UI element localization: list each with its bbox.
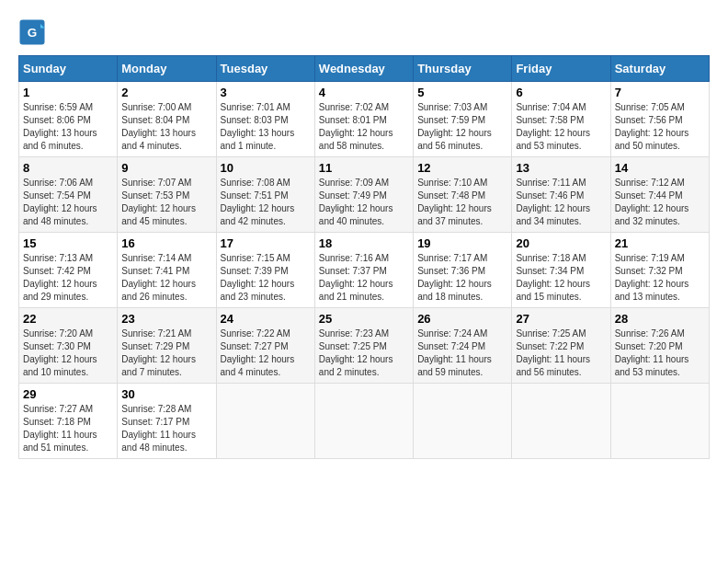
day-info: Sunrise: 7:26 AM Sunset: 7:20 PM Dayligh… [615, 327, 705, 379]
calendar-cell [314, 384, 413, 459]
day-number: 29 [23, 387, 113, 401]
calendar-cell: 3 Sunrise: 7:01 AM Sunset: 8:03 PM Dayli… [216, 82, 314, 157]
day-number: 10 [221, 161, 311, 175]
calendar-cell: 11 Sunrise: 7:09 AM Sunset: 7:49 PM Dayl… [314, 157, 413, 233]
day-info: Sunrise: 7:10 AM Sunset: 7:48 PM Dayligh… [417, 177, 507, 228]
day-number: 11 [319, 161, 409, 175]
day-number: 23 [121, 312, 211, 326]
calendar-cell: 19 Sunrise: 7:17 AM Sunset: 7:36 PM Dayl… [414, 233, 512, 308]
day-number: 21 [615, 236, 705, 250]
day-info: Sunrise: 7:12 AM Sunset: 7:44 PM Dayligh… [615, 177, 705, 228]
day-number: 25 [319, 312, 409, 326]
day-number: 18 [319, 236, 409, 250]
weekday-header-wednesday: Wednesday [314, 56, 413, 82]
day-info: Sunrise: 7:27 AM Sunset: 7:18 PM Dayligh… [23, 403, 113, 454]
day-info: Sunrise: 7:22 AM Sunset: 7:27 PM Dayligh… [221, 327, 311, 379]
calendar-table: SundayMondayTuesdayWednesdayThursdayFrid… [18, 55, 710, 459]
day-info: Sunrise: 7:08 AM Sunset: 7:51 PM Dayligh… [221, 177, 311, 228]
day-info: Sunrise: 7:02 AM Sunset: 8:01 PM Dayligh… [319, 101, 409, 153]
calendar-cell: 24 Sunrise: 7:22 AM Sunset: 7:27 PM Dayl… [216, 308, 314, 384]
calendar-cell: 4 Sunrise: 7:02 AM Sunset: 8:01 PM Dayli… [314, 82, 413, 157]
weekday-header-sunday: Sunday [19, 56, 118, 82]
day-number: 3 [221, 86, 311, 99]
svg-text:G: G [28, 26, 38, 40]
day-number: 24 [221, 312, 311, 326]
logo-icon: G [18, 18, 46, 46]
calendar-cell: 30 Sunrise: 7:28 AM Sunset: 7:17 PM Dayl… [118, 384, 216, 459]
day-info: Sunrise: 7:09 AM Sunset: 7:49 PM Dayligh… [319, 177, 409, 228]
day-number: 1 [23, 86, 113, 99]
calendar-cell: 14 Sunrise: 7:12 AM Sunset: 7:44 PM Dayl… [610, 157, 709, 233]
logo: G [18, 18, 50, 46]
calendar-cell: 7 Sunrise: 7:05 AM Sunset: 7:56 PM Dayli… [610, 82, 709, 157]
calendar-cell [512, 384, 610, 459]
calendar-week-row: 22 Sunrise: 7:20 AM Sunset: 7:30 PM Dayl… [19, 308, 710, 384]
day-info: Sunrise: 7:18 AM Sunset: 7:34 PM Dayligh… [516, 252, 606, 304]
calendar-week-row: 1 Sunrise: 6:59 AM Sunset: 8:06 PM Dayli… [19, 82, 710, 157]
day-number: 22 [23, 312, 113, 326]
weekday-header-row: SundayMondayTuesdayWednesdayThursdayFrid… [19, 56, 710, 82]
day-info: Sunrise: 7:05 AM Sunset: 7:56 PM Dayligh… [615, 101, 705, 153]
day-number: 17 [221, 236, 311, 250]
day-info: Sunrise: 7:14 AM Sunset: 7:41 PM Dayligh… [121, 252, 211, 304]
day-info: Sunrise: 7:00 AM Sunset: 8:04 PM Dayligh… [121, 101, 211, 153]
calendar-cell [414, 384, 512, 459]
day-info: Sunrise: 7:21 AM Sunset: 7:29 PM Dayligh… [121, 327, 211, 379]
calendar-cell [610, 384, 709, 459]
day-info: Sunrise: 7:17 AM Sunset: 7:36 PM Dayligh… [417, 252, 507, 304]
day-number: 28 [615, 312, 705, 326]
calendar-cell: 10 Sunrise: 7:08 AM Sunset: 7:51 PM Dayl… [216, 157, 314, 233]
calendar-cell: 20 Sunrise: 7:18 AM Sunset: 7:34 PM Dayl… [512, 233, 610, 308]
calendar-cell: 29 Sunrise: 7:27 AM Sunset: 7:18 PM Dayl… [19, 384, 118, 459]
day-number: 30 [121, 387, 211, 401]
day-number: 7 [615, 86, 705, 99]
calendar-cell: 25 Sunrise: 7:23 AM Sunset: 7:25 PM Dayl… [314, 308, 413, 384]
day-info: Sunrise: 7:23 AM Sunset: 7:25 PM Dayligh… [319, 327, 409, 379]
calendar-cell: 6 Sunrise: 7:04 AM Sunset: 7:58 PM Dayli… [512, 82, 610, 157]
weekday-header-monday: Monday [118, 56, 216, 82]
calendar-cell: 12 Sunrise: 7:10 AM Sunset: 7:48 PM Dayl… [414, 157, 512, 233]
calendar-cell: 9 Sunrise: 7:07 AM Sunset: 7:53 PM Dayli… [118, 157, 216, 233]
calendar-cell: 28 Sunrise: 7:26 AM Sunset: 7:20 PM Dayl… [610, 308, 709, 384]
day-number: 26 [417, 312, 507, 326]
calendar-cell: 5 Sunrise: 7:03 AM Sunset: 7:59 PM Dayli… [414, 82, 512, 157]
day-info: Sunrise: 7:11 AM Sunset: 7:46 PM Dayligh… [516, 177, 606, 228]
calendar-cell: 23 Sunrise: 7:21 AM Sunset: 7:29 PM Dayl… [118, 308, 216, 384]
page-header: G [18, 18, 710, 46]
day-info: Sunrise: 7:15 AM Sunset: 7:39 PM Dayligh… [221, 252, 311, 304]
calendar-cell: 27 Sunrise: 7:25 AM Sunset: 7:22 PM Dayl… [512, 308, 610, 384]
weekday-header-tuesday: Tuesday [216, 56, 314, 82]
calendar-cell: 18 Sunrise: 7:16 AM Sunset: 7:37 PM Dayl… [314, 233, 413, 308]
calendar-cell: 15 Sunrise: 7:13 AM Sunset: 7:42 PM Dayl… [19, 233, 118, 308]
calendar-week-row: 15 Sunrise: 7:13 AM Sunset: 7:42 PM Dayl… [19, 233, 710, 308]
day-number: 13 [516, 161, 606, 175]
day-info: Sunrise: 7:19 AM Sunset: 7:32 PM Dayligh… [615, 252, 705, 304]
day-info: Sunrise: 7:25 AM Sunset: 7:22 PM Dayligh… [516, 327, 606, 379]
day-number: 8 [23, 161, 113, 175]
calendar-week-row: 29 Sunrise: 7:27 AM Sunset: 7:18 PM Dayl… [19, 384, 710, 459]
day-number: 27 [516, 312, 606, 326]
day-info: Sunrise: 7:07 AM Sunset: 7:53 PM Dayligh… [121, 177, 211, 228]
day-info: Sunrise: 6:59 AM Sunset: 8:06 PM Dayligh… [23, 101, 113, 153]
weekday-header-friday: Friday [512, 56, 610, 82]
day-info: Sunrise: 7:13 AM Sunset: 7:42 PM Dayligh… [23, 252, 113, 304]
weekday-header-saturday: Saturday [610, 56, 709, 82]
day-info: Sunrise: 7:24 AM Sunset: 7:24 PM Dayligh… [417, 327, 507, 379]
calendar-cell: 26 Sunrise: 7:24 AM Sunset: 7:24 PM Dayl… [414, 308, 512, 384]
day-number: 6 [516, 86, 606, 99]
day-number: 16 [121, 236, 211, 250]
weekday-header-thursday: Thursday [414, 56, 512, 82]
day-info: Sunrise: 7:06 AM Sunset: 7:54 PM Dayligh… [23, 177, 113, 228]
day-info: Sunrise: 7:20 AM Sunset: 7:30 PM Dayligh… [23, 327, 113, 379]
day-number: 9 [121, 161, 211, 175]
day-info: Sunrise: 7:16 AM Sunset: 7:37 PM Dayligh… [319, 252, 409, 304]
day-number: 19 [417, 236, 507, 250]
calendar-cell: 16 Sunrise: 7:14 AM Sunset: 7:41 PM Dayl… [118, 233, 216, 308]
day-info: Sunrise: 7:03 AM Sunset: 7:59 PM Dayligh… [417, 101, 507, 153]
day-number: 4 [319, 86, 409, 99]
day-number: 2 [121, 86, 211, 99]
day-info: Sunrise: 7:04 AM Sunset: 7:58 PM Dayligh… [516, 101, 606, 153]
day-number: 15 [23, 236, 113, 250]
day-info: Sunrise: 7:28 AM Sunset: 7:17 PM Dayligh… [121, 403, 211, 454]
calendar-cell: 2 Sunrise: 7:00 AM Sunset: 8:04 PM Dayli… [118, 82, 216, 157]
